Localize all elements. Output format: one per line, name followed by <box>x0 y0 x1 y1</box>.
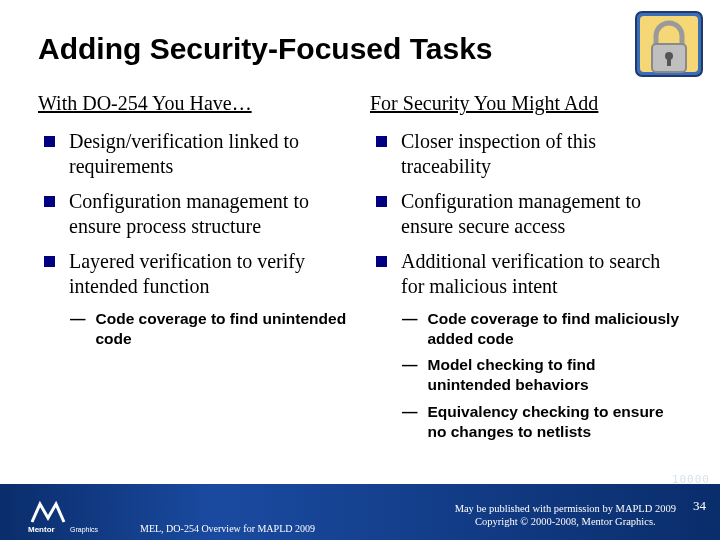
sublist-item: Model checking to find unintended behavi… <box>402 355 682 395</box>
footer-bar: Mentor Graphics MEL, DO-254 Overview for… <box>0 484 720 540</box>
mentor-logo: Mentor Graphics <box>26 494 116 536</box>
slide-title: Adding Security-Focused Tasks <box>38 32 682 66</box>
slide: Adding Security-Focused Tasks With DO-25… <box>0 0 720 540</box>
sublist-text: Code coverage to find maliciously added … <box>428 309 683 349</box>
svg-text:Graphics: Graphics <box>70 526 99 534</box>
list-text: Additional verification to search for ma… <box>401 249 682 299</box>
left-column: With DO-254 You Have… Design/verificatio… <box>38 92 350 448</box>
right-column: For Security You Might Add Closer inspec… <box>370 92 682 448</box>
sublist-text: Code coverage to find unintended code <box>96 309 351 349</box>
list-text: Closer inspection of this traceability <box>401 129 682 179</box>
bullet-icon <box>44 256 55 267</box>
left-list: Design/verification linked to requiremen… <box>38 129 350 299</box>
footer-permission: May be published with permission by MAPL… <box>455 502 676 515</box>
footer-center-text: MEL, DO-254 Overview for MAPLD 2009 <box>140 523 315 534</box>
bullet-icon <box>376 256 387 267</box>
sublist-item: Code coverage to find unintended code <box>70 309 350 349</box>
sublist-text: Model checking to find unintended behavi… <box>428 355 683 395</box>
list-item: Closer inspection of this traceability <box>376 129 682 179</box>
bullet-icon <box>376 136 387 147</box>
list-item: Design/verification linked to requiremen… <box>44 129 350 179</box>
list-text: Design/verification linked to requiremen… <box>69 129 350 179</box>
lock-icon <box>634 10 704 90</box>
list-item: Configuration management to ensure proce… <box>44 189 350 239</box>
list-text: Layered verification to verify intended … <box>69 249 350 299</box>
footer-right-text: May be published with permission by MAPL… <box>455 502 676 528</box>
bullet-icon <box>44 136 55 147</box>
footer-copyright: Copyright © 2000-2008, Mentor Graphics. <box>455 515 676 528</box>
bullet-icon <box>44 196 55 207</box>
sublist-text: Equivalency checking to ensure no change… <box>428 402 683 442</box>
sublist-item: Code coverage to find maliciously added … <box>402 309 682 349</box>
right-list: Closer inspection of this traceability C… <box>370 129 682 299</box>
right-heading: For Security You Might Add <box>370 92 682 115</box>
page-number: 34 <box>693 498 706 514</box>
list-item: Additional verification to search for ma… <box>376 249 682 299</box>
list-text: Configuration management to ensure proce… <box>69 189 350 239</box>
list-item: Layered verification to verify intended … <box>44 249 350 299</box>
list-item: Configuration management to ensure secur… <box>376 189 682 239</box>
list-text: Configuration management to ensure secur… <box>401 189 682 239</box>
sublist-item: Equivalency checking to ensure no change… <box>402 402 682 442</box>
left-heading: With DO-254 You Have… <box>38 92 350 115</box>
svg-rect-4 <box>667 58 671 66</box>
left-sublist: Code coverage to find unintended code <box>38 309 350 349</box>
right-sublist: Code coverage to find maliciously added … <box>370 309 682 442</box>
bullet-icon <box>376 196 387 207</box>
content-columns: With DO-254 You Have… Design/verificatio… <box>38 92 682 448</box>
svg-text:Mentor: Mentor <box>28 525 55 534</box>
